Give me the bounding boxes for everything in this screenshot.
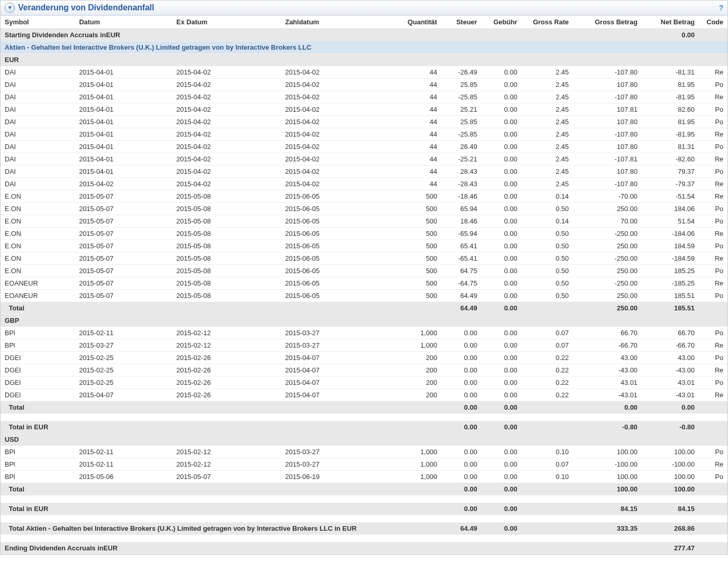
table-row: DAI2015-04-012015-04-022015-04-0244-25.8…: [1, 128, 727, 141]
eur-total: Total64.490.00250.00185.51: [1, 302, 727, 315]
table-row: E.ON2015-05-072015-05-082015-06-05500-65…: [1, 228, 727, 240]
spacer: [1, 414, 727, 422]
table-row: DAI2015-04-012015-04-022015-04-024425.85…: [1, 79, 727, 91]
table-row: BPl2015-02-112015-02-122015-03-271,0000.…: [1, 458, 727, 471]
col-grate: Gross Rate: [521, 16, 573, 29]
table-row: DAI2015-04-012015-04-022015-04-0244-26.4…: [1, 66, 727, 79]
starting-row: Starting Dividenden Accruals inEUR0.00: [1, 29, 727, 41]
ending-row: Ending Dividenden Accruals inEUR277.47: [1, 542, 727, 555]
usd-total: Total0.000.00100.00100.00: [1, 483, 727, 496]
help-icon[interactable]: ?: [719, 4, 723, 12]
currency-usd: USD: [1, 433, 727, 446]
table-row: DAI2015-04-012015-04-022015-04-0244-25.8…: [1, 91, 727, 103]
table-header: Symbol Datum Ex Datum Zahldatum Quantitä…: [1, 16, 727, 29]
col-fee: Gebühr: [481, 16, 521, 29]
spacer: [1, 496, 727, 503]
col-symbol: Symbol: [1, 16, 75, 29]
gbp-total-eur: Total in EUR0.000.00-0.80-0.80: [1, 421, 727, 433]
col-exdate: Ex Datum: [172, 16, 281, 29]
col-paydate: Zahldatum: [281, 16, 389, 29]
table-row: DAI2015-04-012015-04-022015-04-0244-25.2…: [1, 153, 727, 166]
table-row: BPl2015-05-062015-05-072015-06-191,0000.…: [1, 471, 727, 483]
col-qty: Quantität: [390, 16, 442, 29]
usd-total-eur: Total in EUR0.000.0084.1584.15: [1, 503, 727, 515]
table-row: DAI2015-04-012015-04-022015-04-024425.85…: [1, 116, 727, 128]
currency-eur: EUR: [1, 54, 727, 66]
section-row: Aktien - Gehalten bei Interactive Broker…: [1, 41, 727, 54]
col-date: Datum: [75, 16, 172, 29]
table-row: EOANEUR2015-05-072015-05-082015-06-05500…: [1, 290, 727, 302]
col-code: Code: [699, 16, 727, 29]
panel-title: Veranderung von Dividendenanfall: [18, 3, 154, 12]
spacer: [1, 535, 727, 543]
table-row: E.ON2015-05-072015-05-082015-06-0550065.…: [1, 240, 727, 252]
table-row: E.ON2015-05-072015-05-082015-06-0550018.…: [1, 215, 727, 228]
panel-header: ▼ Veranderung von Dividendenanfall ?: [1, 1, 727, 16]
col-tax: Steuer: [441, 16, 481, 29]
table-row: DGEl2015-02-252015-02-262015-04-072000.0…: [1, 364, 727, 377]
col-namt: Net Betrag: [642, 16, 699, 29]
table-row: DAI2015-04-012015-04-022015-04-024428.43…: [1, 166, 727, 178]
dividend-accrual-panel: ▼ Veranderung von Dividendenanfall ? Sym…: [0, 0, 728, 555]
table-row: E.ON2015-05-072015-05-082015-06-0550065.…: [1, 203, 727, 215]
grand-total: Total Aktien - Gehalten bei Interactive …: [1, 522, 727, 535]
table-row: BPl2015-02-112015-02-122015-03-271,0000.…: [1, 446, 727, 458]
table-row: DGEl2015-02-252015-02-262015-04-072000.0…: [1, 352, 727, 364]
currency-gbp: GBP: [1, 315, 727, 327]
table-row: DAI2015-04-022015-04-022015-04-0244-28.4…: [1, 178, 727, 190]
collapse-icon[interactable]: ▼: [5, 3, 15, 13]
table-row: BPl2015-03-272015-02-122015-03-271,0000.…: [1, 339, 727, 352]
table-row: E.ON2015-05-072015-05-082015-06-05500-18…: [1, 190, 727, 203]
spacer: [1, 515, 727, 523]
table-row: DAI2015-04-012015-04-022015-04-024425.21…: [1, 103, 727, 116]
col-gamt: Gross Betrag: [573, 16, 642, 29]
table-row: DGEl2015-04-072015-02-262015-04-072000.0…: [1, 389, 727, 401]
gbp-total: Total0.000.000.000.00: [1, 401, 727, 414]
table-row: DAI2015-04-012015-04-022015-04-024426.49…: [1, 141, 727, 153]
table-row: BPl2015-02-112015-02-122015-03-271,0000.…: [1, 327, 727, 339]
table-row: E.ON2015-05-072015-05-082015-06-05500-65…: [1, 252, 727, 265]
dividend-table: Symbol Datum Ex Datum Zahldatum Quantitä…: [1, 16, 727, 555]
table-row: EOANEUR2015-05-072015-05-082015-06-05500…: [1, 277, 727, 290]
table-row: E.ON2015-05-072015-05-082015-06-0550064.…: [1, 265, 727, 277]
table-row: DGEl2015-02-252015-02-262015-04-072000.0…: [1, 377, 727, 389]
